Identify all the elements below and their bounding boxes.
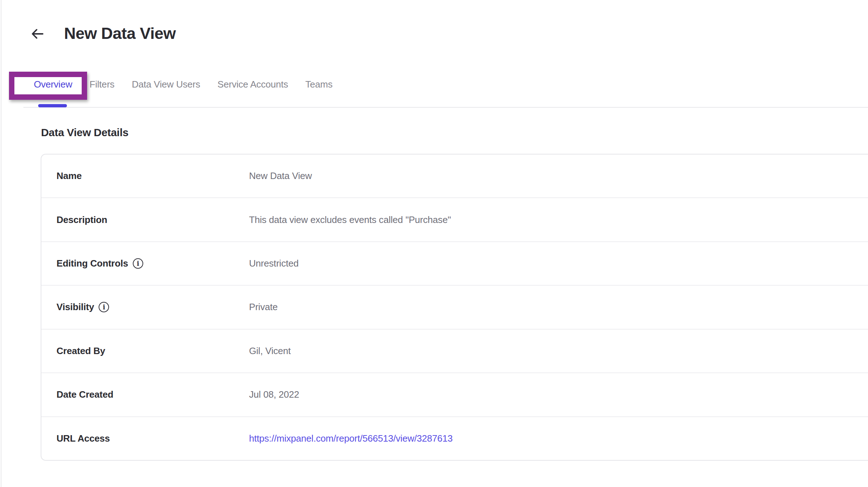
row-label: URL Access <box>56 433 110 444</box>
row-value: Unrestricted <box>249 258 299 269</box>
row-label: Editing Controls <box>56 258 128 269</box>
tab-bar: Overview Filters Data View Users Service… <box>34 79 333 90</box>
active-tab-underline <box>38 104 67 107</box>
left-pane-divider <box>1 0 1 487</box>
details-card: Name New Data View Description This data… <box>41 154 868 461</box>
table-row: Description This data view excludes even… <box>41 198 868 242</box>
tab-filters[interactable]: Filters <box>90 79 114 90</box>
table-row: Name New Data View <box>41 155 868 198</box>
tab-service-accounts[interactable]: Service Accounts <box>217 79 288 90</box>
table-row: URL Access https://mixpanel.com/report/5… <box>41 417 868 460</box>
row-value: Private <box>249 301 278 313</box>
back-button[interactable] <box>29 25 46 43</box>
table-row: Visibility i Private <box>41 286 868 329</box>
page-title: New Data View <box>64 24 176 43</box>
row-label: Description <box>56 214 107 225</box>
row-value: Gil, Vicent <box>249 345 291 357</box>
arrow-left-icon <box>30 26 45 41</box>
table-row: Date Created Jul 08, 2022 <box>41 373 868 417</box>
table-row: Editing Controls i Unrestricted <box>41 242 868 286</box>
tab-overview[interactable]: Overview <box>34 79 72 90</box>
info-circle-icon[interactable]: i <box>99 302 109 312</box>
row-label: Name <box>56 170 82 182</box>
row-label: Created By <box>56 345 105 357</box>
tab-bar-divider <box>23 107 868 108</box>
row-value: Jul 08, 2022 <box>249 389 299 400</box>
info-circle-icon[interactable]: i <box>133 258 143 269</box>
tab-data-view-users[interactable]: Data View Users <box>132 79 200 90</box>
table-row: Created By Gil, Vicent <box>41 330 868 373</box>
tab-teams[interactable]: Teams <box>306 79 333 90</box>
row-value: This data view excludes events called "P… <box>249 214 451 225</box>
row-label: Visibility <box>56 301 94 313</box>
url-access-link[interactable]: https://mixpanel.com/report/566513/view/… <box>249 433 453 444</box>
row-value: New Data View <box>249 170 312 182</box>
row-label: Date Created <box>56 389 113 400</box>
section-title: Data View Details <box>41 126 128 139</box>
